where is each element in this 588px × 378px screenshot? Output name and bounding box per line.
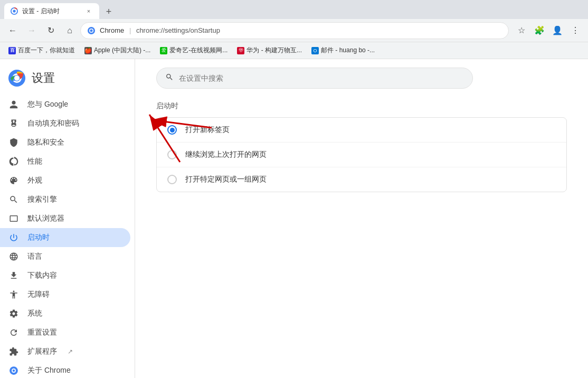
sidebar-item-download[interactable]: 下载内容 (0, 266, 130, 285)
sidebar-item-google-label: 您与 Google (27, 100, 68, 109)
option-specific[interactable]: 打开特定网页或一组网页 (157, 167, 566, 192)
tab-title: 设置 - 启动时 (22, 7, 80, 16)
sidebar-item-reset-label: 重置设置 (27, 328, 57, 337)
sidebar-item-performance[interactable]: 性能 (0, 152, 130, 171)
language-icon (8, 251, 19, 262)
tab-close-button[interactable]: × (84, 7, 93, 15)
option-continue-label: 继续浏览上次打开的网页 (185, 150, 267, 159)
home-button[interactable]: ⌂ (61, 22, 78, 39)
bookmark-huawei[interactable]: 华 华为 - 构建万物互... (233, 44, 306, 57)
svg-point-11 (13, 370, 15, 372)
bookmark-baidu-label: 百度一下，你就知道 (18, 46, 75, 55)
search-icon (8, 194, 19, 205)
tab-bar: 设置 - 启动时 × + (0, 0, 588, 19)
refresh-button[interactable]: ↻ (42, 22, 59, 39)
sidebar-item-search[interactable]: 搜索引擎 (0, 190, 130, 209)
svg-point-1 (13, 10, 15, 12)
sidebar-item-default-browser[interactable]: 默认浏览器 (0, 209, 130, 228)
default-browser-icon (8, 213, 19, 224)
sidebar-item-default-browser-label: 默认浏览器 (27, 214, 64, 223)
address-path: chrome://settings/onStartup (136, 26, 220, 34)
sidebar-item-autofill[interactable]: 自动填充和密码 (0, 114, 130, 133)
radio-new-tab[interactable] (167, 125, 177, 135)
about-icon (8, 365, 19, 376)
extensions-button[interactable]: 🧩 (531, 22, 548, 39)
sidebar-item-search-label: 搜索引擎 (27, 195, 57, 204)
forward-button[interactable]: → (23, 22, 40, 39)
sidebar-item-download-label: 下载内容 (27, 271, 57, 280)
startup-icon (8, 232, 19, 243)
section-title: 启动时 (156, 101, 567, 111)
address-bar-site-icon (87, 26, 96, 35)
sidebar-item-startup-label: 启动时 (27, 233, 50, 242)
sidebar-item-language[interactable]: 语言 (0, 247, 130, 266)
bookmark-outlook-favicon: O (311, 47, 319, 54)
bookmark-aiqiyi-label: 爱奇艺-在线视频网... (169, 46, 227, 55)
sidebar-item-accessibility[interactable]: 无障碍 (0, 285, 130, 304)
sidebar-item-privacy-label: 隐私和安全 (27, 138, 64, 147)
bookmark-aiqiyi[interactable]: 爱 爱奇艺-在线视频网... (156, 44, 232, 57)
external-link-icon: ↗ (68, 348, 73, 355)
settings-title: 设置 (32, 70, 55, 86)
options-card: 打开新标签页 继续浏览上次打开的网页 打开特定网页或一组网页 (156, 117, 567, 192)
sidebar-item-about[interactable]: 关于 Chrome (0, 361, 130, 378)
profile-button[interactable]: 👤 (549, 22, 566, 39)
bookmark-button[interactable]: ☆ (513, 22, 530, 39)
bookmark-apple[interactable]: 🍎 Apple (中国大陆) -... (80, 44, 155, 57)
sidebar-item-performance-label: 性能 (27, 157, 42, 166)
autofill-icon (8, 118, 19, 129)
sidebar-item-system-label: 系统 (27, 309, 42, 318)
svg-point-4 (90, 29, 93, 32)
sidebar-header: 设置 (0, 63, 135, 95)
option-new-tab-label: 打开新标签页 (185, 125, 230, 135)
radio-specific[interactable] (167, 175, 177, 184)
bookmark-apple-favicon: 🍎 (84, 47, 92, 54)
option-new-tab[interactable]: 打开新标签页 (157, 118, 566, 142)
sidebar-item-accessibility-label: 无障碍 (27, 290, 50, 299)
sidebar: 设置 您与 Google 自动填充和密码 隐私和安全 (0, 59, 135, 378)
sidebar-item-autofill-label: 自动填充和密码 (27, 119, 79, 128)
shield-icon (8, 137, 19, 148)
system-icon (8, 308, 19, 319)
option-continue[interactable]: 继续浏览上次打开的网页 (157, 142, 566, 167)
sidebar-item-appearance-label: 外观 (27, 176, 42, 185)
accessibility-icon (8, 289, 19, 300)
content-wrapper: 启动时 打开新标签页 继续浏览上次打开的网页 (135, 59, 588, 378)
address-url: Chrome | chrome://settings/onStartup (100, 26, 502, 34)
search-input[interactable] (179, 74, 464, 82)
sidebar-item-extensions[interactable]: 扩展程序 ↗ (0, 342, 130, 361)
bookmark-outlook[interactable]: O 邮件 - huang bo -... (307, 44, 379, 57)
active-tab[interactable]: 设置 - 启动时 × (4, 3, 99, 19)
performance-icon (8, 156, 19, 167)
sidebar-item-system[interactable]: 系统 (0, 304, 130, 323)
tab-favicon (11, 7, 18, 15)
browser-frame: 设置 - 启动时 × + ← → ↻ ⌂ Chrome | chrome://s… (0, 0, 588, 378)
address-separator: | (129, 26, 131, 34)
sidebar-item-appearance[interactable]: 外观 (0, 171, 130, 190)
svg-point-8 (14, 75, 20, 81)
new-tab-button[interactable]: + (101, 4, 116, 19)
sidebar-item-startup[interactable]: 启动时 (0, 228, 130, 247)
bookmark-huawei-label: 华为 - 构建万物互... (246, 46, 302, 55)
option-specific-label: 打开特定网页或一组网页 (185, 175, 267, 184)
menu-button[interactable]: ⋮ (567, 22, 584, 39)
bookmark-aiqiyi-favicon: 爱 (160, 47, 167, 54)
sidebar-item-extensions-label: 扩展程序 (27, 347, 57, 356)
search-bar[interactable] (156, 68, 473, 89)
reset-icon (8, 327, 19, 338)
appearance-icon (8, 175, 19, 186)
back-button[interactable]: ← (4, 22, 21, 39)
bookmarks-bar: 百 百度一下，你就知道 🍎 Apple (中国大陆) -... 爱 爱奇艺-在线… (0, 42, 588, 59)
sidebar-item-language-label: 语言 (27, 252, 42, 261)
chrome-logo (8, 70, 25, 87)
sidebar-item-privacy[interactable]: 隐私和安全 (0, 133, 130, 152)
address-bar[interactable]: Chrome | chrome://settings/onStartup (80, 22, 509, 39)
sidebar-item-reset[interactable]: 重置设置 (0, 323, 130, 342)
bookmark-outlook-label: 邮件 - huang bo -... (321, 46, 375, 55)
bookmark-baidu[interactable]: 百 百度一下，你就知道 (4, 44, 79, 57)
person-icon (8, 99, 19, 110)
sidebar-item-google[interactable]: 您与 Google (0, 95, 130, 114)
main-content: 设置 您与 Google 自动填充和密码 隐私和安全 (0, 59, 588, 378)
sidebar-item-about-label: 关于 Chrome (27, 366, 71, 375)
radio-continue[interactable] (167, 150, 177, 159)
